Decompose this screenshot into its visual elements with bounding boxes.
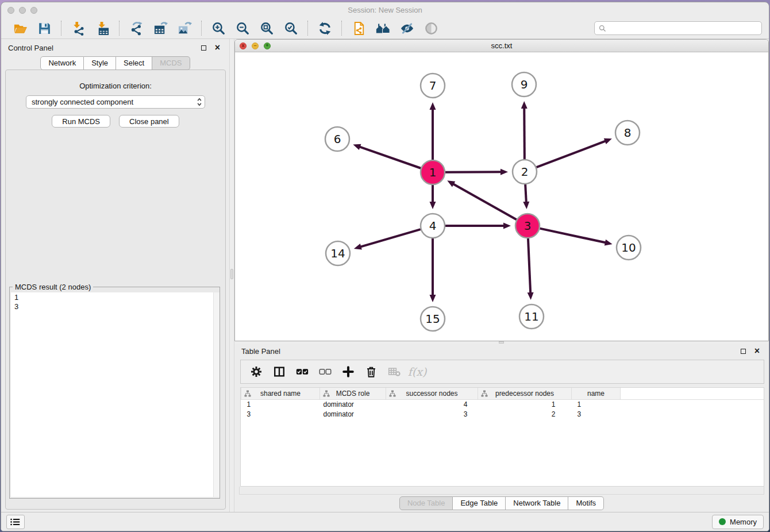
network-minimize-button[interactable]: –	[252, 43, 259, 49]
graph-node-6[interactable]: 6	[325, 127, 349, 151]
graph-node-4[interactable]: 4	[421, 214, 445, 238]
network-maximize-button[interactable]: +	[264, 43, 271, 49]
table-row[interactable]: 3dominator323	[241, 409, 764, 419]
table-cell[interactable]: 2	[478, 409, 572, 419]
mcds-result-text[interactable]: 1 3	[11, 292, 218, 497]
graph-edge-3-10[interactable]	[540, 229, 606, 243]
table-cell[interactable]: 4	[386, 399, 478, 409]
optimization-criterion-label: Optimization criterion:	[6, 82, 225, 90]
graph-node-8[interactable]: 8	[615, 121, 640, 145]
horizontal-splitter[interactable]	[234, 341, 769, 344]
memory-button[interactable]: Memory	[712, 515, 764, 529]
graph-node-2[interactable]: 2	[513, 160, 537, 184]
table-cell[interactable]: 1	[572, 399, 621, 409]
refresh-layout-button[interactable]	[316, 20, 333, 36]
table-cell[interactable]: 1	[241, 399, 320, 409]
toggle-panes-button[interactable]	[272, 365, 286, 379]
mcds-result-scrollbar[interactable]	[213, 292, 220, 497]
graph-node-1[interactable]: 1	[421, 160, 445, 184]
graph-edge-1-2[interactable]	[445, 172, 502, 172]
graph-edge-2-3[interactable]	[525, 184, 526, 203]
criterion-select[interactable]: strongly connected component	[26, 95, 205, 109]
table-cell[interactable]: 1	[478, 399, 572, 409]
add-column-button[interactable]	[341, 365, 355, 379]
tab-network[interactable]: Network	[40, 56, 84, 70]
graph-node-14[interactable]: 14	[326, 241, 350, 265]
table-hscrollbar[interactable]	[239, 487, 764, 495]
clone-network-button[interactable]	[350, 20, 367, 36]
zoom-out-button[interactable]	[234, 20, 251, 36]
column-header-successor-nodes[interactable]: successor nodes	[386, 388, 478, 399]
tab-style[interactable]: Style	[84, 56, 116, 70]
network-canvas[interactable]: 7968124314101511	[235, 52, 768, 341]
zoom-fit-button[interactable]	[258, 20, 275, 36]
control-panel-close-button[interactable]: ×	[213, 43, 222, 52]
graph-node-7[interactable]: 7	[421, 74, 445, 98]
graph-edge-2-8[interactable]	[537, 141, 606, 167]
column-header-mcds-role[interactable]: MCDS role	[320, 388, 386, 399]
splitter-grip[interactable]	[230, 269, 233, 279]
network-close-button[interactable]: x	[240, 43, 247, 49]
tab-motifs[interactable]: Motifs	[568, 496, 604, 510]
graph-edge-1-6[interactable]	[359, 147, 421, 168]
column-header-shared-name[interactable]: shared name	[241, 388, 320, 399]
home-view-button[interactable]	[374, 20, 391, 36]
svg-text:4: 4	[429, 219, 437, 233]
tab-mcds[interactable]: MCDS	[152, 56, 190, 70]
splitter-grip[interactable]	[499, 341, 504, 344]
delete-table-button	[387, 365, 401, 379]
table-cell[interactable]: dominator	[320, 399, 386, 409]
import-network-button[interactable]	[70, 20, 87, 36]
table-cell[interactable]: 3	[386, 409, 478, 419]
search-box[interactable]	[594, 21, 762, 35]
minimize-window-button[interactable]	[19, 7, 26, 14]
graph-node-10[interactable]: 10	[617, 236, 641, 260]
open-session-button[interactable]	[11, 20, 29, 36]
vertical-splitter[interactable]	[229, 39, 234, 512]
column-header-predecessor-nodes[interactable]: predecessor nodes	[478, 388, 572, 399]
table-cell[interactable]: 3	[241, 409, 320, 419]
graph-node-15[interactable]: 15	[421, 307, 445, 331]
zoom-selected-button[interactable]	[282, 20, 299, 36]
run-mcds-button[interactable]: Run MCDS	[52, 115, 110, 128]
maximize-window-button[interactable]	[30, 7, 37, 14]
column-header-name[interactable]: name	[572, 388, 621, 399]
graph-node-9[interactable]: 9	[512, 72, 536, 97]
table-cell[interactable]: 3	[572, 409, 621, 419]
task-history-button[interactable]	[6, 515, 25, 529]
tab-select[interactable]: Select	[116, 56, 152, 70]
close-panel-button[interactable]: Close panel	[119, 115, 179, 128]
table-settings-button[interactable]	[249, 365, 263, 379]
select-all-rows-button[interactable]	[295, 365, 309, 379]
table-panel-float-button[interactable]	[738, 346, 748, 356]
graph-node-11[interactable]: 11	[519, 304, 544, 329]
open-session-icon	[13, 21, 28, 36]
close-window-button[interactable]	[7, 7, 14, 14]
tab-node-table[interactable]: Node Table	[399, 496, 453, 510]
search-input[interactable]	[609, 24, 757, 33]
tab-edge-table[interactable]: Edge Table	[453, 496, 506, 510]
table-row[interactable]: 1dominator411	[241, 399, 764, 409]
graph-edge-arrowhead	[500, 169, 508, 175]
graph-node-3[interactable]: 3	[515, 214, 540, 238]
hide-panels-button[interactable]	[398, 20, 415, 36]
table-panel-close-button[interactable]: ×	[752, 346, 762, 356]
export-table-button[interactable]	[152, 20, 169, 36]
graph-edge-4-14[interactable]	[360, 229, 420, 247]
export-image-button[interactable]	[176, 20, 193, 36]
deselect-all-rows-button[interactable]	[318, 365, 332, 379]
table-cell[interactable]: dominator	[320, 409, 386, 419]
export-network-button[interactable]	[128, 20, 145, 36]
graph-edge-2-9[interactable]	[524, 107, 525, 159]
delete-column-button[interactable]	[364, 365, 378, 379]
zoom-in-button[interactable]	[210, 20, 227, 36]
import-table-button[interactable]	[94, 20, 111, 36]
float-icon	[201, 45, 206, 51]
table-tabs: Node TableEdge TableNetwork TableMotifs	[234, 495, 769, 512]
graph-edge-3-1[interactable]	[453, 184, 517, 220]
graph-edge-3-11[interactable]	[528, 238, 530, 294]
tab-network-table[interactable]: Network Table	[506, 496, 568, 510]
toggle-panes-icon	[273, 365, 286, 378]
control-panel-float-button[interactable]	[199, 43, 209, 52]
save-session-button[interactable]	[36, 20, 53, 36]
